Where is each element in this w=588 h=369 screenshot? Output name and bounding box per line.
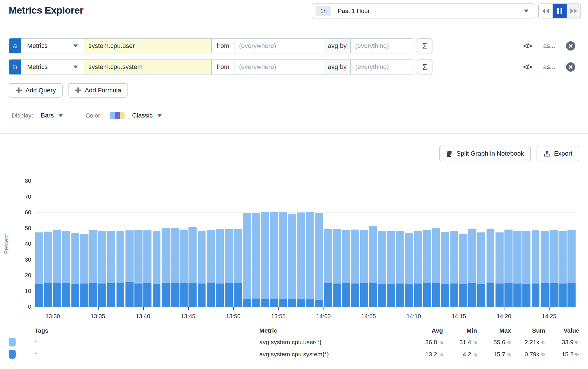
bar-segment-user [125,230,134,282]
export-button[interactable]: Export [537,146,579,161]
bar-segment-system [180,283,188,307]
query-row-a: aMetricssystem.cpu.userfrom(everywhere)a… [9,38,581,53]
y-tick-label: 10 [12,288,31,295]
split-graph-label: Split Graph in Notebook [456,150,524,157]
bar-segment-system [360,283,368,307]
bar-segment-system [243,299,251,307]
graph-actions: Split Graph in Notebook Export [439,146,579,161]
legend-tag: * [26,339,259,346]
page-title: Metrics Explorer [9,5,83,16]
bar-segment-system [342,283,350,307]
bar-segment-system [378,284,386,307]
from-label: from [211,59,234,74]
bar-segment-system [315,300,323,307]
legend-row[interactable]: *avg:system.cpu.system{*}13.2%4.2%15.7%0… [9,348,579,360]
bar-segment-system [541,283,549,307]
bar-segment-user [559,231,567,284]
pause-button[interactable] [552,4,566,18]
as-alias-button[interactable]: as... [543,59,555,74]
y-tick-label: 30 [12,256,31,263]
bar-segment-system [225,283,233,307]
pause-icon [557,8,563,14]
time-range-dropdown[interactable]: 1h Past 1 Hour [312,3,534,18]
aggregator-label[interactable]: avg by [324,38,351,53]
close-query-button[interactable] [566,62,575,72]
forward-icon [570,8,577,14]
connector-line [413,67,417,67]
x-tick-mark [278,307,279,310]
group-by-input[interactable]: (everything) [350,38,413,53]
gridline [35,181,576,181]
close-query-button[interactable] [566,41,575,51]
chevron-down-icon [73,66,78,68]
data-source-select[interactable]: Metrics [21,59,83,74]
legend-tag: * [26,351,259,358]
y-tick-label: 50 [12,225,31,232]
percent-unit: % [439,352,443,357]
sigma-button[interactable]: Σ [417,38,432,53]
metric-input[interactable]: system.cpu.user [83,38,212,53]
as-alias-button[interactable]: as... [543,38,555,53]
code-view-icon[interactable]: </> [523,59,532,74]
bar-segment-user [107,231,115,283]
bar-segment-system [414,284,422,307]
bar-segment-user [532,230,540,284]
x-tick-mark [369,307,369,310]
sigma-button[interactable]: Σ [417,59,432,74]
bar-segment-user [541,231,549,283]
add-formula-button[interactable]: Add Formula [68,83,128,98]
series-color-swatch[interactable] [9,338,16,346]
legend-stat-max: 15.7% [477,351,511,358]
add-query-button[interactable]: Add Query [9,83,63,98]
legend-header-metric: Metric [259,327,409,334]
color-label: Color: [86,112,102,119]
bar-segment-user [324,229,332,283]
from-filter-input[interactable]: (everywhere) [234,59,324,74]
display-type-select[interactable]: Bars [41,112,54,119]
from-filter-input[interactable]: (everywhere) [234,38,324,53]
bar-segment-user [487,229,495,283]
bar-segment-system [324,283,332,307]
bar-segment-system [450,284,458,307]
forward-button[interactable] [567,4,580,18]
bar-segment-system [405,284,413,307]
bar-chart-plot-area[interactable] [35,181,576,307]
bar-segment-system [98,284,106,307]
chevron-down-icon[interactable] [157,114,162,117]
group-by-input[interactable]: (everything) [350,59,413,74]
rewind-button[interactable] [539,4,552,18]
percent-unit: % [541,340,545,345]
time-range-label: Past 1 Hour [338,8,524,14]
series-color-swatch[interactable] [9,350,16,359]
bar-segment-system [333,284,341,307]
x-axis-line [35,307,576,307]
bar-segment-system [134,284,143,307]
bar-segment-system [44,283,52,307]
backward-icon [542,8,550,14]
x-tick-label: 13:45 [171,313,206,320]
bar-segment-user [477,232,485,284]
chevron-down-icon[interactable] [58,114,63,117]
legend-stat-value: 33.9% [545,339,579,346]
color-palette-select[interactable]: Classic [132,112,153,119]
bar-segment-user [396,231,404,284]
x-tick-label: 13:40 [126,313,160,320]
bar-segment-user [369,226,377,283]
bar-segment-user [44,232,52,283]
legend-row[interactable]: *avg:system.cpu.user{*}36.8%31.4%55.6%2.… [9,336,579,348]
split-graph-button[interactable]: Split Graph in Notebook [439,146,531,161]
bar-segment-system [62,283,70,307]
bar-segment-user [134,230,143,284]
bar-segment-system [80,284,88,307]
export-label: Export [554,150,572,157]
bar-segment-system [252,299,260,307]
bar-segment-system [423,283,431,307]
code-view-icon[interactable]: </> [523,38,532,53]
metric-input[interactable]: system.cpu.system [83,59,212,74]
color-palette-swatch[interactable] [110,112,125,119]
aggregator-label[interactable]: avg by [324,59,351,74]
legend-stat-avg: 13.2% [409,351,443,358]
bar-segment-user [414,231,422,284]
data-source-select[interactable]: Metrics [21,38,83,53]
legend-header-sum: Sum [511,327,545,334]
